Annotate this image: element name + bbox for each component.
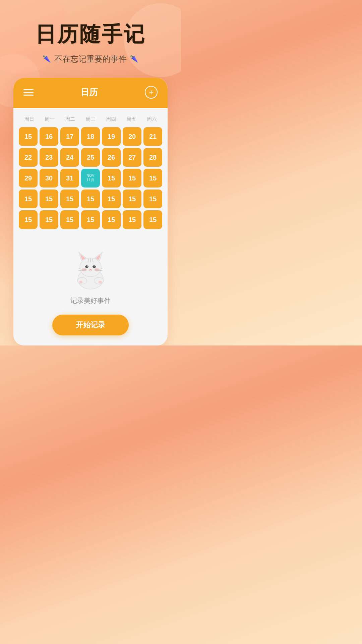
svg-point-11 xyxy=(87,266,88,267)
table-row[interactable]: 15 xyxy=(19,210,38,229)
table-row[interactable]: 30 xyxy=(40,169,58,187)
table-row[interactable]: 15 xyxy=(81,210,100,229)
menu-button[interactable] xyxy=(23,89,34,96)
table-row[interactable]: 15 xyxy=(60,210,79,229)
today-month-cn: 11月 xyxy=(87,178,95,182)
table-row[interactable]: 28 xyxy=(143,148,162,167)
table-row[interactable]: 26 xyxy=(102,148,121,167)
weekday-wed: 周三 xyxy=(80,115,101,124)
weekday-fri: 周五 xyxy=(121,115,142,124)
table-row[interactable]: 20 xyxy=(123,127,141,146)
table-row[interactable]: 21 xyxy=(143,127,162,146)
table-row[interactable]: 18 xyxy=(81,127,100,146)
svg-point-12 xyxy=(95,266,96,267)
calendar-card: 日历 + 周日 周一 周二 周三 周四 周五 周六 15 16 17 xyxy=(13,78,168,345)
table-row[interactable]: 16 xyxy=(40,127,58,146)
svg-point-17 xyxy=(79,281,82,283)
cat-illustration xyxy=(69,247,112,291)
table-row[interactable]: 15 xyxy=(40,190,58,208)
weekday-sat: 周六 xyxy=(142,115,162,124)
weekday-headers: 周日 周一 周二 周三 周四 周五 周六 xyxy=(19,115,162,124)
lightning-left-icon: 🌂 xyxy=(43,55,51,63)
app-title: 日历随手记 xyxy=(35,20,146,48)
table-row[interactable]: 15 xyxy=(123,169,141,187)
table-row[interactable]: 15 xyxy=(143,169,162,187)
empty-state-text: 记录美好事件 xyxy=(70,296,111,305)
weekday-sun: 周日 xyxy=(19,115,39,124)
calendar-body: 周日 周一 周二 周三 周四 周五 周六 15 16 17 18 19 20 2… xyxy=(13,108,168,237)
table-row[interactable]: 15 xyxy=(143,190,162,208)
app-subtitle: 🌂 不在忘记重要的事件 🌂 xyxy=(43,54,138,64)
svg-point-10 xyxy=(93,265,96,268)
svg-point-18 xyxy=(94,277,104,284)
svg-point-19 xyxy=(99,281,102,283)
weekday-thu: 周四 xyxy=(101,115,121,124)
add-event-button[interactable]: + xyxy=(145,86,158,99)
table-row[interactable]: 15 xyxy=(102,190,121,208)
table-row[interactable]: 15 xyxy=(123,190,141,208)
svg-point-13 xyxy=(89,269,92,270)
lightning-right-icon: 🌂 xyxy=(130,55,138,63)
table-row[interactable]: 17 xyxy=(60,127,79,146)
table-row[interactable]: 29 xyxy=(19,169,38,187)
calendar-title: 日历 xyxy=(80,87,98,98)
svg-point-9 xyxy=(85,265,88,268)
today-month-en: NOV xyxy=(86,174,94,177)
start-record-button[interactable]: 开始记录 xyxy=(52,315,129,335)
weekday-mon: 周一 xyxy=(39,115,60,124)
table-row[interactable]: 31 xyxy=(60,169,79,187)
table-row[interactable]: 15 xyxy=(81,190,100,208)
table-row[interactable]: 15 xyxy=(60,190,79,208)
table-row[interactable]: 24 xyxy=(60,148,79,167)
table-row[interactable]: 25 xyxy=(81,148,100,167)
table-row[interactable]: 27 xyxy=(123,148,141,167)
table-row[interactable]: 19 xyxy=(102,127,121,146)
table-row[interactable]: 15 xyxy=(123,210,141,229)
table-row[interactable]: 15 xyxy=(19,127,38,146)
svg-point-16 xyxy=(77,277,87,284)
table-row[interactable]: 15 xyxy=(19,190,38,208)
weekday-tue: 周二 xyxy=(60,115,80,124)
calendar-header: 日历 + xyxy=(13,78,168,108)
table-row[interactable]: 15 xyxy=(102,169,121,187)
table-row[interactable]: 22 xyxy=(19,148,38,167)
calendar-grid: 15 16 17 18 19 20 21 22 23 24 25 26 27 2… xyxy=(19,127,162,229)
today-cell[interactable]: NOV 11月 xyxy=(81,169,100,187)
empty-state: 记录美好事件 开始记录 xyxy=(13,237,168,345)
table-row[interactable]: 15 xyxy=(40,210,58,229)
table-row[interactable]: 15 xyxy=(102,210,121,229)
table-row[interactable]: 23 xyxy=(40,148,58,167)
table-row[interactable]: 15 xyxy=(143,210,162,229)
